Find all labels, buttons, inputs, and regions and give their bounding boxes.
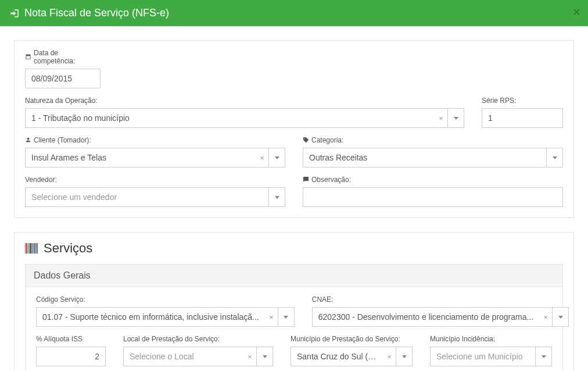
observacao-input[interactable] <box>303 187 563 207</box>
chevron-down-icon[interactable] <box>278 308 294 326</box>
comment-icon <box>303 176 309 184</box>
chevron-down-icon[interactable] <box>268 188 285 206</box>
serie-rps-input[interactable]: 1 <box>482 108 563 128</box>
vendedor-label: Vendedor: <box>25 176 285 184</box>
local-prestacao-select[interactable]: Selecione o Local × <box>123 347 273 366</box>
serie-rps-label: Série RPS: <box>482 97 563 105</box>
enter-icon <box>9 8 20 19</box>
barcode-icon <box>25 243 38 254</box>
clear-icon[interactable]: × <box>243 352 256 361</box>
municipio-incidencia-select[interactable]: Selecione um Município <box>430 347 552 366</box>
clear-icon[interactable]: × <box>383 352 396 361</box>
aliquota-iss-label: % Alíquota ISS <box>36 335 106 343</box>
user-icon <box>25 137 31 144</box>
data-competencia-input[interactable]: 08/09/2015 <box>25 69 101 88</box>
clear-icon[interactable]: × <box>435 114 447 123</box>
cnae-select[interactable]: 6202300 - Desenvolvimento e licenciament… <box>312 307 569 327</box>
municipio-prestacao-label: Município de Prestação do Serviço: <box>291 335 413 343</box>
chevron-down-icon[interactable] <box>546 148 562 167</box>
servicos-title: Serviços <box>25 241 563 256</box>
natureza-label: Natureza da Operação: <box>25 97 464 105</box>
municipio-incidencia-label: Município Incidência: <box>430 335 552 343</box>
local-prestacao-label: Local de Prestação do Serviço: <box>123 335 273 343</box>
categoria-label: Categoria: <box>303 136 563 144</box>
dados-gerais-body: Código Serviço: 01.07 - Suporte técnico … <box>25 287 563 371</box>
municipio-prestacao-select[interactable]: Santa Cruz do Sul (RS) × <box>291 347 413 366</box>
data-competencia-label: Data de competência: <box>25 49 101 65</box>
chevron-down-icon[interactable] <box>447 109 464 127</box>
chevron-down-icon[interactable] <box>552 308 568 326</box>
observacao-label: Observação: <box>303 176 563 184</box>
cliente-label: Cliente (Tomador): <box>25 136 285 144</box>
main-form-panel: Data de competência: 08/09/2015 Natureza… <box>14 40 574 218</box>
chevron-down-icon[interactable] <box>268 148 285 167</box>
categoria-select[interactable]: Outras Receitas <box>303 148 563 167</box>
tag-icon <box>303 137 309 144</box>
chevron-down-icon[interactable] <box>256 347 273 366</box>
window-header: Nota Fiscal de Serviço (NFS-e) ✕ <box>0 0 588 26</box>
aliquota-iss-input[interactable]: 2 <box>36 347 106 366</box>
codigo-servico-select[interactable]: 01.07 - Suporte técnico em informática, … <box>36 307 295 327</box>
clear-icon[interactable]: × <box>256 154 268 162</box>
chevron-down-icon[interactable] <box>535 347 551 366</box>
codigo-servico-label: Código Serviço: <box>36 295 295 304</box>
close-icon[interactable]: ✕ <box>572 6 581 19</box>
vendedor-select[interactable]: Selecione um vendedor <box>25 187 285 207</box>
servicos-panel: Serviços Dados Gerais Código Serviço: 01… <box>14 232 574 371</box>
chevron-down-icon[interactable] <box>396 347 412 366</box>
natureza-select[interactable]: 1 - Tributação no município × <box>25 108 464 128</box>
clear-icon[interactable]: × <box>539 313 552 322</box>
cliente-select[interactable]: Insul Arames e Telas × <box>25 148 285 167</box>
cnae-label: CNAE: <box>312 295 569 304</box>
clear-icon[interactable]: × <box>265 313 278 322</box>
dados-gerais-header: Dados Gerais <box>25 264 563 287</box>
window-title: Nota Fiscal de Serviço (NFS-e) <box>24 7 169 19</box>
calendar-icon <box>25 53 31 61</box>
